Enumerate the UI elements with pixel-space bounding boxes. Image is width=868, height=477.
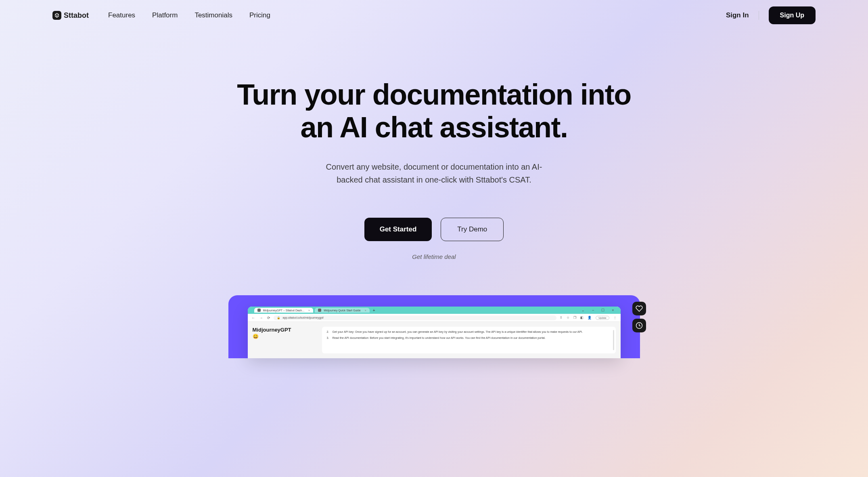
- main-nav: Features Platform Testimonials Pricing: [108, 11, 270, 19]
- app-main-panel: Get your API key: Once you have signed u…: [322, 327, 616, 353]
- window-minimize-icon[interactable]: −: [592, 308, 594, 312]
- window-maximize-icon[interactable]: ☐: [601, 308, 604, 312]
- history-button[interactable]: [632, 319, 646, 332]
- site-header: Sttabot Features Platform Testimonials P…: [0, 0, 868, 31]
- clock-icon: [636, 322, 643, 329]
- back-icon[interactable]: ←: [252, 316, 255, 320]
- browser-tab-active[interactable]: MidjourneyGPT – Sttabot Dash... ×: [254, 308, 314, 313]
- tab-title: MidjourneyGPT – Sttabot Dash...: [263, 309, 305, 312]
- forward-icon[interactable]: →: [259, 316, 263, 320]
- new-tab-icon[interactable]: +: [373, 308, 375, 313]
- header-divider: [759, 11, 759, 20]
- window-dropdown-icon[interactable]: ⌄: [581, 308, 585, 312]
- get-started-button[interactable]: Get Started: [364, 218, 432, 241]
- extensions-icon[interactable]: ◧: [580, 316, 584, 319]
- browser-tabstrip: MidjourneyGPT – Sttabot Dash... × Midjou…: [248, 307, 621, 314]
- reload-icon[interactable]: ⟳: [267, 316, 270, 320]
- brand-logo[interactable]: Sttabot: [52, 11, 89, 20]
- lifetime-deal-link[interactable]: Get lifetime deal: [412, 253, 456, 260]
- hero-title: Turn your documentation into an AI chat …: [228, 78, 640, 143]
- scrollbar[interactable]: [613, 330, 614, 350]
- preview-frame: MidjourneyGPT – Sttabot Dash... × Midjou…: [228, 295, 640, 358]
- app-emoji: 😀: [253, 334, 317, 339]
- doc-step: Read the API documentation: Before you s…: [327, 336, 611, 340]
- signup-button[interactable]: Sign Up: [769, 6, 816, 24]
- browser-window: MidjourneyGPT – Sttabot Dash... × Midjou…: [248, 307, 621, 358]
- tab-close-icon[interactable]: ×: [308, 309, 310, 312]
- tab-title: Midjourney Quick Start Guide: [324, 309, 360, 312]
- puzzle-icon[interactable]: ❐: [573, 316, 576, 319]
- try-demo-button[interactable]: Try Demo: [441, 218, 504, 241]
- logo-icon: [52, 11, 61, 20]
- app-sidebar: MidjourneyGPT 😀: [253, 327, 317, 353]
- nav-testimonials[interactable]: Testimonials: [195, 11, 232, 19]
- header-left: Sttabot Features Platform Testimonials P…: [52, 11, 270, 20]
- browser-tab-inactive[interactable]: Midjourney Quick Start Guide ×: [315, 308, 370, 313]
- header-right: Sign In Sign Up: [726, 6, 816, 24]
- heart-icon: [636, 305, 643, 312]
- hero-subtitle: Convert any website, document or documen…: [325, 160, 543, 186]
- url-text: app.sttabot.io/bot/midjourneygpt/: [283, 316, 324, 319]
- doc-steps-list: Get your API key: Once you have signed u…: [327, 330, 611, 340]
- doc-step: Get your API key: Once you have signed u…: [327, 330, 611, 334]
- share-icon[interactable]: ⇪: [560, 316, 563, 319]
- favorite-button[interactable]: [632, 302, 646, 315]
- brand-name: Sttabot: [64, 11, 89, 20]
- app-name: MidjourneyGPT: [253, 327, 317, 333]
- menu-icon[interactable]: ⋮: [613, 316, 617, 319]
- hero-section: Turn your documentation into an AI chat …: [212, 31, 656, 261]
- signin-link[interactable]: Sign In: [726, 11, 749, 19]
- floating-actions: [632, 302, 646, 332]
- window-controls: ⌄ − ☐ ×: [581, 308, 614, 312]
- update-badge[interactable]: Update: [596, 316, 609, 320]
- tab-close-icon[interactable]: ×: [365, 309, 366, 312]
- cta-group: Get Started Try Demo: [228, 218, 640, 241]
- tab-favicon-icon: [257, 309, 261, 312]
- nav-arrows: ← → ⟳: [252, 316, 270, 320]
- browser-toolbar: ← → ⟳ 🔒 app.sttabot.io/bot/midjourneygpt…: [248, 314, 621, 322]
- profile-icon[interactable]: 👤: [588, 316, 592, 319]
- nav-pricing[interactable]: Pricing: [249, 11, 270, 19]
- address-bar[interactable]: 🔒 app.sttabot.io/bot/midjourneygpt/: [274, 315, 557, 320]
- browser-viewport: MidjourneyGPT 😀 Get your API key: Once y…: [248, 322, 621, 358]
- nav-platform[interactable]: Platform: [152, 11, 178, 19]
- tab-favicon-icon: [318, 309, 321, 312]
- toolbar-icons: ⇪ ☆ ❐ ◧ 👤 Update ⋮: [560, 316, 616, 320]
- nav-features[interactable]: Features: [108, 11, 135, 19]
- window-close-icon[interactable]: ×: [612, 308, 614, 312]
- star-icon[interactable]: ☆: [567, 316, 569, 319]
- lock-icon: 🔒: [277, 316, 280, 319]
